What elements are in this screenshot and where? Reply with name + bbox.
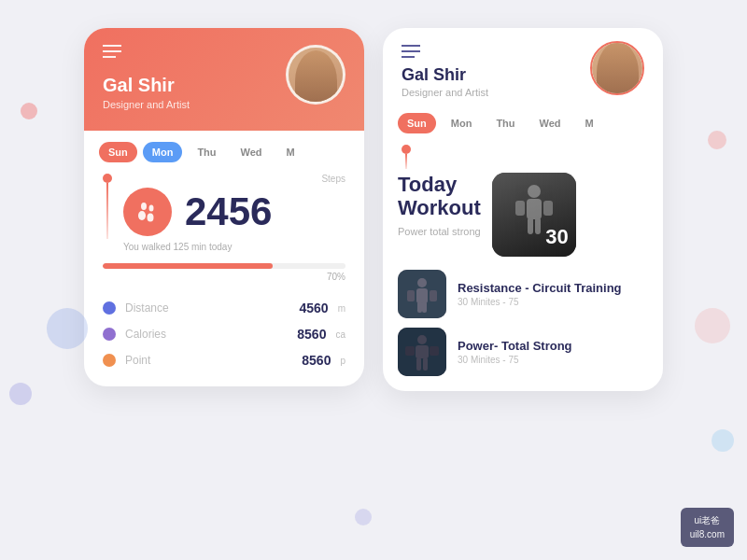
stat-row-calories: Calories 8560 ca — [103, 327, 345, 342]
menu-icon[interactable] — [103, 45, 121, 58]
steps-icon-circle — [123, 188, 172, 236]
distance-value: 4560 — [300, 301, 329, 315]
tab-mon-card2[interactable]: Mon — [442, 113, 482, 133]
card2-header: Gal Shir Designer and Artist — [383, 28, 663, 109]
workout-item-info-2: Power- Total Strong 30 Minites - 75 — [458, 339, 572, 365]
svg-rect-6 — [515, 201, 525, 216]
point-value: 8560 — [302, 353, 331, 368]
tab-wed-card1[interactable]: Wed — [232, 142, 272, 162]
svg-rect-15 — [417, 301, 422, 313]
workout-number: 30 — [545, 225, 568, 249]
svg-rect-20 — [405, 346, 415, 356]
svg-rect-16 — [422, 301, 427, 313]
progress-bar-fill — [103, 263, 273, 269]
svg-rect-9 — [535, 217, 541, 234]
timeline-line — [106, 183, 108, 239]
calories-unit: ca — [335, 329, 345, 340]
card-steps: Gal Shir Designer and Artist Sun Mon Thu… — [84, 28, 364, 386]
card-workout: Gal Shir Designer and Artist Sun Mon Thu… — [383, 28, 663, 391]
steps-info-block: Steps 2456 You walk — [123, 174, 345, 252]
tab-sun-card2[interactable]: Sun — [398, 113, 436, 133]
point-dot — [103, 354, 116, 367]
watermark: ui老爸 uil8.com — [681, 508, 734, 547]
progress-label: 70% — [103, 272, 345, 282]
footprint-icon — [134, 199, 161, 225]
point-label: Point — [125, 354, 292, 367]
svg-rect-23 — [423, 357, 428, 371]
workout-item-2: Power- Total Strong 30 Minites - 75 — [398, 328, 648, 376]
workout-timeline-line — [405, 154, 407, 169]
stats-section: Distance 4560 m Calories 8560 ca Point 8… — [84, 291, 364, 386]
steps-count-block: 2456 — [185, 192, 272, 231]
workout-item-info-1: Resistance - Circuit Training 30 Minites… — [458, 281, 622, 307]
svg-rect-8 — [528, 217, 533, 234]
stat-row-point: Point 8560 p — [103, 353, 345, 368]
workout-img-1 — [398, 270, 446, 318]
svg-rect-14 — [430, 290, 437, 301]
steps-container: Steps 2456 You walk — [84, 174, 364, 252]
svg-rect-13 — [407, 290, 415, 301]
calories-dot — [103, 328, 116, 341]
tab-thu-card2[interactable]: Thu — [486, 113, 524, 133]
svg-point-1 — [149, 205, 154, 212]
day-tabs-card2: Sun Mon Thu Wed M — [383, 109, 663, 143]
power-training-icon — [398, 328, 446, 376]
workout-thumbnail: 30 — [492, 173, 576, 257]
svg-rect-12 — [416, 288, 428, 303]
workout-timeline — [383, 143, 663, 169]
steps-row: 2456 — [123, 188, 345, 236]
workout-title-2: Power- Total Strong — [458, 339, 572, 353]
tab-sun-card1[interactable]: Sun — [99, 142, 137, 162]
calories-label: Calories — [125, 328, 288, 341]
workout-timeline-dot — [402, 145, 411, 154]
steps-label: Steps — [123, 174, 345, 184]
distance-label: Distance — [125, 301, 290, 315]
today-workout-subtitle: Power total strong — [398, 226, 481, 237]
workout-item-thumb-1 — [398, 270, 446, 318]
circuit-training-icon — [398, 270, 446, 318]
workout-list: Resistance - Circuit Training 30 Minites… — [383, 270, 663, 391]
svg-rect-7 — [543, 201, 553, 216]
svg-point-2 — [138, 211, 146, 220]
cards-wrapper: Gal Shir Designer and Artist Sun Mon Thu… — [0, 0, 747, 560]
steps-count: 2456 — [185, 192, 272, 231]
svg-rect-19 — [416, 345, 429, 358]
card1-header: Gal Shir Designer and Artist — [84, 28, 364, 131]
calories-value: 8560 — [297, 327, 326, 342]
svg-point-3 — [148, 214, 154, 222]
svg-rect-21 — [430, 346, 439, 356]
svg-point-18 — [417, 335, 427, 344]
tab-thu-card1[interactable]: Thu — [188, 142, 225, 162]
avatar-card2 — [590, 41, 644, 95]
tab-mon-card1[interactable]: Mon — [143, 142, 183, 162]
tab-m-card1[interactable]: M — [277, 142, 304, 162]
distance-unit: m — [338, 303, 345, 314]
workout-item-1: Resistance - Circuit Training 30 Minites… — [398, 270, 648, 318]
distance-dot — [103, 301, 116, 315]
workout-item-thumb-2 — [398, 328, 446, 376]
progress-bar-bg — [103, 263, 345, 269]
watermark-line2: uil8.com — [690, 527, 725, 541]
today-workout-title: TodayWorkout — [398, 173, 481, 220]
today-workout: TodayWorkout Power total strong 30 — [383, 169, 663, 270]
timeline-dot — [103, 174, 112, 183]
svg-point-0 — [141, 203, 147, 210]
progress-section: 70% — [84, 252, 364, 291]
today-workout-text: TodayWorkout Power total strong — [398, 173, 481, 237]
watermark-line1: ui老爸 — [690, 513, 725, 527]
tab-m-card2[interactable]: M — [576, 113, 603, 133]
steps-timeline — [103, 174, 112, 252]
stat-row-distance: Distance 4560 m — [103, 301, 345, 315]
svg-rect-5 — [527, 199, 542, 219]
point-unit: p — [340, 356, 345, 366]
workout-title-1: Resistance - Circuit Training — [458, 281, 622, 295]
svg-rect-22 — [416, 357, 421, 371]
day-tabs-card1: Sun Mon Thu Wed M — [84, 131, 364, 174]
svg-point-11 — [417, 278, 427, 287]
workout-detail-2: 30 Minites - 75 — [458, 355, 572, 365]
avatar-card1 — [286, 45, 345, 105]
workout-img-2 — [398, 328, 446, 376]
svg-point-4 — [528, 185, 541, 198]
steps-walked: You walked 125 min today — [123, 242, 345, 252]
tab-wed-card2[interactable]: Wed — [530, 113, 571, 133]
